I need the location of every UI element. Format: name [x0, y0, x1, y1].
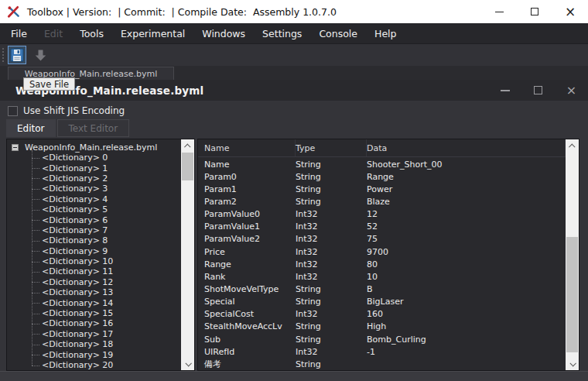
table-row[interactable]: UIRefId Int32 -1 — [198, 345, 566, 358]
tree-item[interactable]: <Dictionary> 18 — [32, 339, 181, 349]
menu-settings[interactable]: Settings — [254, 23, 310, 43]
tree-item[interactable]: <Dictionary> 0 — [32, 153, 181, 163]
inner-window-footer — [0, 371, 588, 381]
toolbar — [0, 44, 588, 66]
maximize-button[interactable] — [517, 0, 552, 23]
table-row[interactable]: Range Int32 80 — [198, 258, 566, 270]
maximize-icon — [534, 86, 542, 94]
encoding-option-row: Use Shift JIS Encoding — [0, 104, 125, 118]
tree-scrollbar-thumb[interactable] — [182, 153, 193, 180]
table-row[interactable]: 備考 String — [198, 358, 566, 370]
table-row[interactable]: SpecialCost Int32 160 — [198, 308, 566, 321]
save-button[interactable] — [8, 46, 26, 64]
table-scrollbar[interactable] — [566, 139, 579, 370]
cell-data: 75 — [367, 234, 566, 244]
cell-data: High — [367, 321, 566, 331]
tree-item[interactable]: <Dictionary> 4 — [32, 194, 181, 204]
table-row[interactable]: ShotMoveVelType String B — [198, 283, 566, 295]
cell-name: Price — [198, 247, 296, 257]
table-row[interactable]: Param2 String Blaze — [198, 195, 566, 208]
tree-item[interactable]: <Dictionary> 8 — [32, 235, 181, 245]
cell-data: Blaze — [367, 197, 566, 207]
table-row[interactable]: StealthMoveAccLv String High — [198, 321, 566, 333]
table-row[interactable]: Rank Int32 10 — [198, 270, 566, 283]
cell-name: ParamValue2 — [198, 234, 296, 244]
table-row[interactable]: ParamValue1 Int32 52 — [198, 221, 566, 233]
inner-maximize-button[interactable] — [521, 80, 555, 101]
cell-type: String — [296, 359, 367, 369]
cell-name: Param2 — [198, 197, 296, 207]
save-file-tooltip: Save File — [23, 77, 75, 91]
minimize-button[interactable] — [481, 0, 517, 23]
tree-item[interactable]: <Dictionary> 12 — [32, 277, 181, 287]
tree-item[interactable]: <Dictionary> 13 — [32, 287, 181, 297]
column-header-data[interactable]: Data — [367, 139, 566, 156]
cell-name: ParamValue1 — [198, 221, 296, 232]
cell-type: String — [296, 321, 367, 331]
tree-item[interactable]: <Dictionary> 10 — [32, 256, 181, 266]
menubar: File Edit Tools Experimental Windows Set… — [0, 23, 588, 44]
menu-console[interactable]: Console — [310, 23, 366, 43]
tree-scrollbar[interactable] — [181, 139, 194, 370]
menu-experimental[interactable]: Experimental — [112, 23, 193, 43]
cell-type: String — [296, 335, 367, 345]
toolbar-grip[interactable] — [2, 48, 5, 62]
cell-type: String — [296, 197, 367, 207]
table-row[interactable]: Sub String Bomb_Curling — [198, 333, 566, 345]
close-button[interactable]: × — [552, 0, 588, 23]
import-button[interactable] — [31, 46, 50, 64]
tree-item[interactable]: <Dictionary> 19 — [32, 349, 181, 359]
column-header-type[interactable]: Type — [296, 139, 367, 156]
tree-item[interactable]: <Dictionary> 20 — [32, 360, 181, 370]
column-header-name[interactable]: Name — [198, 139, 296, 156]
inner-close-button[interactable]: × — [555, 80, 588, 101]
tree-item[interactable]: <Dictionary> 11 — [32, 266, 181, 276]
shift-jis-checkbox[interactable] — [8, 106, 18, 116]
scroll-up-button[interactable] — [566, 139, 579, 153]
shift-jis-label[interactable]: Use Shift JIS Encoding — [23, 105, 125, 116]
tree-item[interactable]: <Dictionary> 17 — [32, 329, 181, 339]
tree-root-node[interactable]: WeaponInfo_Main.release.byml — [7, 142, 181, 153]
tree-item[interactable]: <Dictionary> 6 — [32, 215, 181, 225]
menu-tools[interactable]: Tools — [71, 23, 112, 43]
scroll-up-button[interactable] — [181, 139, 194, 153]
tree-item[interactable]: <Dictionary> 3 — [32, 184, 181, 194]
table-scrollbar-thumb[interactable] — [566, 237, 578, 352]
tree-item[interactable]: <Dictionary> 16 — [32, 318, 181, 328]
table-row[interactable]: ParamValue2 Int32 75 — [198, 233, 566, 245]
scroll-down-button[interactable] — [181, 357, 194, 370]
inner-minimize-button[interactable] — [488, 80, 521, 101]
collapse-icon[interactable] — [12, 144, 19, 151]
window-controls: × — [481, 0, 588, 23]
editor-tabs: Editor Text Editor — [6, 119, 129, 137]
tree-item[interactable]: <Dictionary> 2 — [32, 173, 181, 184]
table-row[interactable]: Name String Shooter_Short_00 — [198, 158, 566, 170]
tree-item[interactable]: <Dictionary> 14 — [32, 297, 181, 307]
scroll-down-button[interactable] — [566, 357, 579, 370]
tree-item[interactable]: <Dictionary> 5 — [32, 204, 181, 215]
cell-type: String — [296, 284, 367, 294]
tree-item[interactable]: <Dictionary> 1 — [32, 163, 181, 173]
cell-data: 12 — [367, 209, 566, 219]
cell-name: Param1 — [198, 184, 296, 194]
cell-name: ParamValue0 — [198, 209, 296, 219]
table-row[interactable]: Price Int32 9700 — [198, 245, 566, 258]
table-row[interactable]: ParamValue0 Int32 12 — [198, 208, 566, 221]
tree-item[interactable]: <Dictionary> 9 — [32, 246, 181, 256]
cell-type: Int32 — [296, 347, 367, 357]
table-row[interactable]: Param0 String Range — [198, 170, 566, 183]
tab-editor[interactable]: Editor — [6, 119, 56, 137]
tree-item[interactable]: <Dictionary> 7 — [32, 225, 181, 235]
table-row[interactable]: Special String BigLaser — [198, 296, 566, 308]
minimize-icon — [501, 90, 510, 91]
chevron-up-icon — [184, 143, 190, 149]
table-row[interactable]: Param1 String Power — [198, 183, 566, 195]
byml-tree: WeaponInfo_Main.release.byml <Dictionary… — [7, 139, 181, 370]
menu-windows[interactable]: Windows — [193, 23, 254, 43]
close-icon: × — [565, 5, 576, 19]
tree-item[interactable]: <Dictionary> 15 — [32, 308, 181, 318]
cell-type: Int32 — [296, 309, 367, 319]
menu-file[interactable]: File — [2, 23, 36, 43]
cell-name: Range — [198, 259, 296, 269]
menu-help[interactable]: Help — [366, 23, 405, 43]
